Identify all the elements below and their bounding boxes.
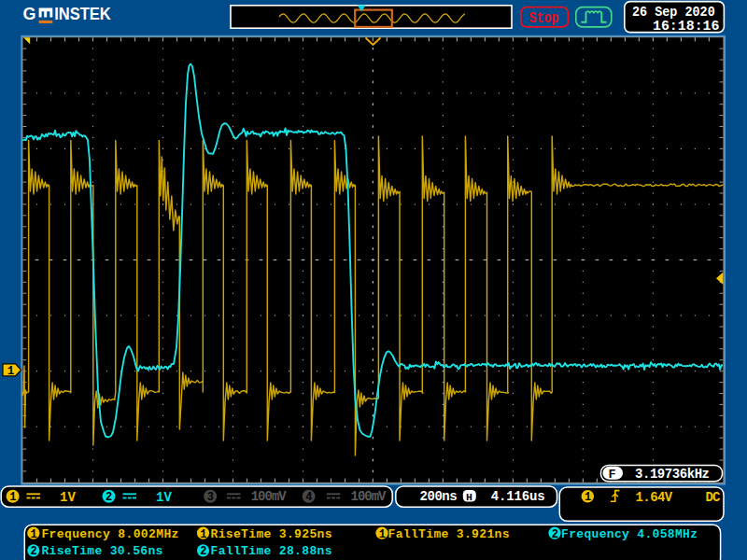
svg-text:4: 4	[305, 491, 312, 504]
svg-text:2: 2	[106, 491, 112, 504]
svg-text:Frequency 8.002MHz: Frequency 8.002MHz	[41, 527, 178, 541]
svg-text:100mV: 100mV	[251, 489, 288, 504]
svg-text:Frequency 4.058MHz: Frequency 4.058MHz	[561, 527, 698, 541]
svg-text:H: H	[466, 491, 472, 503]
svg-text:INSTEK: INSTEK	[54, 5, 110, 23]
svg-text:2: 2	[552, 528, 558, 541]
svg-text:DC: DC	[705, 490, 721, 505]
svg-text:FallTime 3.921ns: FallTime 3.921ns	[388, 527, 510, 541]
svg-text:RiseTime 3.925ns: RiseTime 3.925ns	[211, 527, 332, 541]
svg-text:FallTime 28.88ns: FallTime 28.88ns	[211, 544, 332, 558]
svg-text:4.116us: 4.116us	[491, 489, 545, 504]
svg-text:RiseTime 30.56ns: RiseTime 30.56ns	[41, 544, 162, 558]
svg-text:1: 1	[200, 528, 206, 541]
svg-text:16:18:16: 16:18:16	[653, 18, 720, 35]
svg-text:2: 2	[31, 545, 37, 558]
svg-text:1V: 1V	[60, 490, 76, 505]
svg-text:Stop: Stop	[529, 9, 559, 27]
svg-text:1V: 1V	[156, 490, 172, 505]
svg-text:1: 1	[31, 528, 37, 541]
svg-text:200ns: 200ns	[420, 489, 458, 504]
svg-text:G: G	[23, 5, 36, 23]
svg-text:2: 2	[200, 545, 206, 558]
svg-text:3: 3	[207, 491, 214, 504]
svg-text:100mV: 100mV	[351, 489, 388, 504]
svg-text:3.19736kHz: 3.19736kHz	[635, 467, 710, 482]
svg-text:1.64V: 1.64V	[636, 490, 673, 505]
svg-text:1: 1	[9, 491, 16, 504]
svg-text:1: 1	[585, 491, 591, 504]
svg-text:1: 1	[379, 528, 386, 541]
svg-text:1: 1	[7, 365, 15, 378]
svg-text:F: F	[609, 468, 616, 482]
